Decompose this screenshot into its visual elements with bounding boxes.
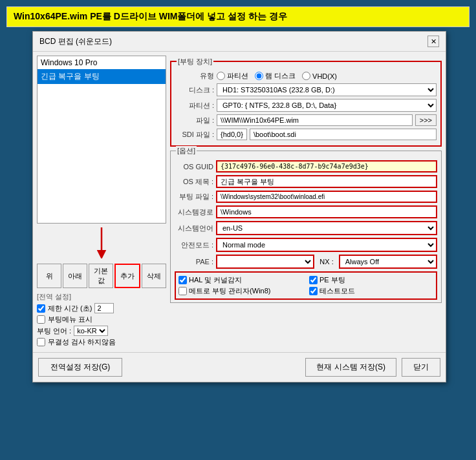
- timeout-checkbox[interactable]: [37, 304, 45, 313]
- footer-left: 전역설정 저장(G): [38, 358, 122, 377]
- global-settings-label: [전역 설정]: [37, 292, 166, 302]
- syspath-row: 시스템경로: [175, 205, 437, 218]
- nodebug-checkbox[interactable]: [37, 338, 45, 346]
- hal-checkbox-row[interactable]: HAL 및 커널감지: [178, 275, 303, 285]
- disk-row: 디스크 : HD1: ST3250310AS (232.8 GB, D:): [175, 83, 437, 96]
- pe-checkbox[interactable]: [309, 276, 318, 284]
- sdi-label: SDI 파일 :: [175, 130, 214, 140]
- metro-checkbox-row[interactable]: 메트로 부팅 관리자(Win8): [178, 286, 303, 296]
- options-checkboxes: HAL 및 커널감지 PE 부팅 메트로 부팅 관리자(Win8) 테스트모드: [175, 271, 437, 300]
- file-row: 파일 : >>>: [175, 114, 437, 126]
- nx-select-wrapper[interactable]: Always Off: [339, 255, 437, 269]
- syslang-select[interactable]: en-US: [217, 222, 436, 234]
- arrow-indicator: [37, 224, 166, 261]
- bootfile-input[interactable]: [216, 191, 437, 203]
- pae-nx-row: PAE : NX : Always Off: [175, 255, 437, 269]
- dialog-title: BCD 편집 (쉬운모드): [39, 36, 112, 47]
- nx-select[interactable]: Always Off: [340, 256, 436, 267]
- syslang-select-wrapper[interactable]: en-US: [216, 221, 437, 235]
- bootmenu-row: 부팅메뉴 표시: [37, 315, 166, 324]
- default-button[interactable]: 기본값: [89, 264, 113, 288]
- dialog-body: Windows 10 Pro 긴급 복구을 부팅: [33, 52, 446, 352]
- pae-select[interactable]: [217, 256, 313, 267]
- add-button[interactable]: 추가: [114, 264, 140, 288]
- sdi-fields: {hd0,0}: [217, 129, 437, 140]
- ostitle-input[interactable]: [216, 175, 437, 188]
- dialog-footer: 전역설정 저장(G) 현재 시스템 저장(S) 닫기: [33, 352, 446, 382]
- radio-vhd[interactable]: VHD(X): [302, 72, 337, 80]
- syslang-row: 시스템언어 en-US: [175, 221, 437, 235]
- timeout-input[interactable]: [94, 303, 114, 313]
- left-panel: Windows 10 Pro 긴급 복구을 부팅: [37, 56, 166, 348]
- delete-button[interactable]: 삭제: [142, 264, 166, 288]
- close-dialog-button[interactable]: 닫기: [402, 358, 440, 377]
- banner-text: Win10x64PE.wim PE를 D드라이브 WIM폴더에 넣고 설정 하는…: [14, 11, 287, 21]
- list-item-emergency[interactable]: 긴급 복구을 부팅: [38, 69, 166, 84]
- up-button[interactable]: 위: [37, 264, 61, 288]
- type-row: 유형 파티션 램 디스크 VHD(X): [175, 71, 437, 81]
- bootfile-label: 부팅 파일 :: [175, 192, 213, 202]
- global-settings-section: [전역 설정] 제한 시간 (초) 부팅메뉴 표시 부팅 언어 : ko-KR: [37, 292, 166, 347]
- pae-select-wrapper[interactable]: [216, 255, 314, 269]
- safemode-select-wrapper[interactable]: Normal mode: [216, 238, 437, 252]
- red-arrow-svg: [89, 226, 114, 258]
- syslang-label: 시스템언어: [175, 224, 213, 233]
- bcd-dialog: BCD 편집 (쉬운모드) ✕ Windows 10 Pro 긴급 복구을 부팅: [32, 31, 446, 382]
- boot-device-group: [부팅 장치] 유형 파티션 램 디스크: [170, 61, 442, 147]
- pae-label: PAE :: [175, 258, 213, 266]
- dialog-titlebar: BCD 편집 (쉬운모드) ✕: [33, 32, 446, 52]
- list-item-win10pro[interactable]: Windows 10 Pro: [38, 56, 166, 69]
- pe-label: PE 부팅: [319, 275, 345, 285]
- file-label: 파일 :: [175, 116, 214, 125]
- pe-checkbox-row[interactable]: PE 부팅: [309, 275, 433, 285]
- sdi-row: SDI 파일 : {hd0,0}: [175, 129, 437, 140]
- entry-buttons: 위 아래 기본값 추가 삭제: [37, 264, 166, 288]
- ostitle-label: OS 제목 :: [175, 177, 213, 187]
- sdi-input[interactable]: [250, 129, 437, 140]
- language-select[interactable]: ko-KR: [74, 326, 108, 336]
- partition-select-wrapper[interactable]: GPT0: { NTFS, 232.8 GB, D:\, Data}: [217, 99, 437, 112]
- file-input[interactable]: [217, 114, 413, 126]
- type-label: 유형: [175, 71, 214, 81]
- testmode-checkbox-row[interactable]: 테스트모드: [309, 286, 433, 296]
- nodebug-row: 무결성 검사 하지않음: [37, 337, 166, 347]
- bootfile-row: 부팅 파일 :: [175, 191, 437, 203]
- timeout-label: 제한 시간 (초): [48, 304, 92, 313]
- timeout-row: 제한 시간 (초): [37, 303, 166, 313]
- testmode-checkbox[interactable]: [309, 287, 318, 295]
- browse-button[interactable]: >>>: [415, 114, 437, 126]
- testmode-label: 테스트모드: [319, 286, 355, 296]
- footer-right: 현재 시스템 저장(S) 닫기: [305, 358, 440, 377]
- syspath-label: 시스템경로: [175, 207, 213, 217]
- down-button[interactable]: 아래: [63, 264, 87, 288]
- hal-checkbox[interactable]: [178, 276, 187, 284]
- disk-label: 디스크 :: [175, 85, 214, 95]
- disk-select[interactable]: HD1: ST3250310AS (232.8 GB, D:): [217, 84, 436, 96]
- radio-ramdisk[interactable]: 램 디스크: [255, 71, 296, 81]
- safemode-row: 안전모드 : Normal mode: [175, 238, 437, 252]
- disk-select-wrapper[interactable]: HD1: ST3250310AS (232.8 GB, D:): [217, 83, 437, 96]
- boot-entries-list[interactable]: Windows 10 Pro 긴급 복구을 부팅: [37, 56, 166, 224]
- options-group: [옵션] OS GUID OS 제목 : 부팅 파일 :: [170, 151, 442, 303]
- safemode-label: 안전모드 :: [175, 240, 213, 250]
- title-banner: Win10x64PE.wim PE를 D드라이브 WIM폴더에 넣고 설정 하는…: [6, 6, 470, 27]
- partition-row: 파티션 : GPT0: { NTFS, 232.8 GB, D:\, Data}: [175, 99, 437, 112]
- partition-label: 파티션 :: [175, 101, 214, 110]
- syspath-input[interactable]: [216, 205, 437, 218]
- save-current-button[interactable]: 현재 시스템 저장(S): [305, 358, 396, 377]
- save-all-button[interactable]: 전역설정 저장(G): [38, 358, 122, 377]
- partition-select[interactable]: GPT0: { NTFS, 232.8 GB, D:\, Data}: [217, 99, 436, 111]
- type-radio-group: 파티션 램 디스크 VHD(X): [217, 71, 337, 81]
- radio-partition[interactable]: 파티션: [217, 71, 248, 81]
- metro-label: 메트로 부팅 관리자(Win8): [189, 286, 271, 296]
- language-label: 부팅 언어 :: [37, 326, 71, 336]
- ostitle-row: OS 제목 :: [175, 175, 437, 188]
- metro-checkbox[interactable]: [178, 287, 187, 295]
- bootmenu-checkbox[interactable]: [37, 315, 45, 324]
- language-row: 부팅 언어 : ko-KR: [37, 326, 166, 336]
- osguid-input[interactable]: [216, 160, 437, 172]
- safemode-select[interactable]: Normal mode: [217, 239, 436, 251]
- right-panel: [부팅 장치] 유형 파티션 램 디스크: [170, 56, 442, 348]
- close-button[interactable]: ✕: [427, 36, 439, 47]
- nx-label: NX :: [319, 258, 333, 266]
